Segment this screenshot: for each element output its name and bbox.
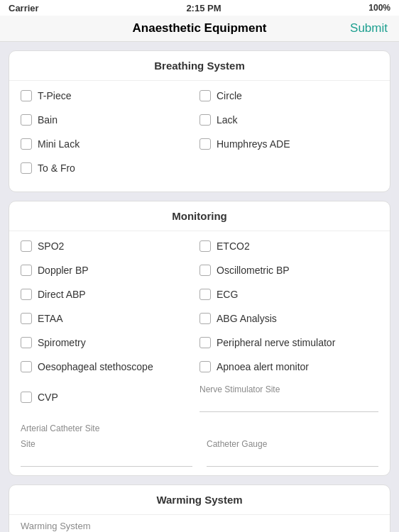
circle-checkbox[interactable] [200, 90, 211, 101]
peripheral-checkbox[interactable] [200, 337, 211, 348]
oesophageal-checkbox[interactable] [21, 361, 32, 372]
spo2-checkbox[interactable] [21, 240, 32, 252]
minilack-label: Mini Lack [38, 138, 80, 150]
abg-label: ABG Analysis [217, 313, 277, 324]
apnoea-label: Apnoea alert monitor [217, 361, 309, 372]
page-title: Anaesthetic Equipment [133, 21, 267, 35]
ecg-label: ECG [217, 289, 238, 300]
etco2-checkbox[interactable] [200, 240, 211, 252]
status-bar: Carrier 2:15 PM 100% [0, 0, 399, 16]
list-item: SPO2 [21, 234, 200, 258]
monitoring-header: Monitoring [9, 201, 390, 231]
list-item: ECG [200, 282, 378, 306]
oscillometric-label: Oscillometric BP [217, 265, 290, 276]
list-item: Humphreys ADE [200, 132, 378, 156]
etco2-label: ETCO2 [217, 240, 250, 252]
warming-system-header: Warming System [9, 485, 390, 515]
list-item: Bain [21, 108, 200, 132]
site-input[interactable] [21, 449, 192, 467]
list-item: T-Piece [21, 84, 200, 108]
directabp-label: Direct ABP [38, 289, 86, 300]
spo2-label: SPO2 [38, 240, 64, 252]
main-content: Breathing System T-Piece Circle Bain Lac… [0, 42, 399, 532]
nerve-stimulator-site-column: Nerve Stimulator Site [200, 379, 378, 415]
oesophageal-label: Oesophageal stethoscope [38, 361, 153, 372]
tpiece-label: T-Piece [38, 90, 71, 101]
apnoea-checkbox[interactable] [200, 361, 211, 372]
nerve-stimulator-site-input[interactable] [200, 394, 378, 412]
nav-bar: Anaesthetic Equipment Submit [0, 16, 399, 42]
submit-button[interactable]: Submit [350, 21, 388, 35]
breathing-system-header: Breathing System [9, 51, 390, 81]
catheter-fields: Site Catheter Gauge [21, 439, 378, 467]
bain-label: Bain [38, 114, 58, 126]
lack-checkbox[interactable] [200, 114, 211, 126]
arterial-catheter-section: Arterial Catheter Site Site Catheter Gau… [9, 418, 390, 467]
tpiece-checkbox[interactable] [21, 90, 32, 101]
humphreys-checkbox[interactable] [200, 138, 211, 150]
etaa-checkbox[interactable] [21, 313, 32, 324]
list-item: Apnoea alert monitor [200, 355, 378, 379]
abg-checkbox[interactable] [200, 313, 211, 324]
list-item: ABG Analysis [200, 306, 378, 331]
carrier-label: Carrier [9, 3, 39, 13]
spirometry-checkbox[interactable] [21, 337, 32, 348]
arterial-catheter-label: Arterial Catheter Site [21, 423, 378, 433]
bain-checkbox[interactable] [21, 114, 32, 126]
nerve-stimulator-site-label: Nerve Stimulator Site [200, 384, 378, 394]
list-item: Doppler BP [21, 258, 200, 282]
site-field-group: Site [21, 439, 192, 467]
humphreys-label: Humphreys ADE [217, 138, 290, 150]
site-label: Site [21, 439, 192, 449]
warming-system-card: Warming System Warming System Add row [9, 484, 390, 532]
ecg-checkbox[interactable] [200, 289, 211, 300]
monitoring-grid: SPO2 ETCO2 Doppler BP Oscillometric BP D… [9, 231, 390, 418]
peripheral-label: Peripheral nerve stimulator [217, 337, 335, 348]
list-item: ETCO2 [200, 234, 378, 258]
cvp-checkbox[interactable] [21, 392, 32, 403]
list-item: Direct ABP [21, 282, 200, 306]
oscillometric-checkbox[interactable] [200, 265, 211, 276]
etaa-label: ETAA [38, 313, 63, 324]
catheter-gauge-label: Catheter Gauge [207, 439, 378, 449]
warming-system-label: Warming System [21, 521, 90, 531]
list-item: Circle [200, 84, 378, 108]
directabp-checkbox[interactable] [21, 289, 32, 300]
tofro-checkbox[interactable] [21, 162, 32, 174]
spirometry-label: Spirometry [38, 337, 86, 348]
list-item: Spirometry [21, 331, 200, 355]
catheter-gauge-input[interactable] [207, 449, 378, 467]
tofro-label: To & Fro [38, 162, 75, 174]
catheter-gauge-field-group: Catheter Gauge [207, 439, 378, 467]
warming-system-content: Warming System [9, 515, 390, 532]
list-item: Oesophageal stethoscope [21, 355, 200, 379]
list-item: Peripheral nerve stimulator [200, 331, 378, 355]
minilack-checkbox[interactable] [21, 138, 32, 150]
lack-label: Lack [217, 114, 238, 126]
empty-cell [200, 156, 378, 180]
list-item: Oscillometric BP [200, 258, 378, 282]
time-label: 2:15 PM [186, 3, 221, 13]
list-item: CVP [21, 379, 200, 415]
dopplerbp-checkbox[interactable] [21, 265, 32, 276]
breathing-system-grid: T-Piece Circle Bain Lack Mini Lack [9, 81, 390, 183]
list-item: To & Fro [21, 156, 200, 180]
monitoring-card: Monitoring SPO2 ETCO2 Doppler BP Oscillo… [9, 201, 390, 476]
dopplerbp-label: Doppler BP [38, 265, 89, 276]
battery-label: 100% [368, 3, 390, 13]
list-item: ETAA [21, 306, 200, 331]
breathing-system-card: Breathing System T-Piece Circle Bain Lac… [9, 50, 390, 192]
circle-label: Circle [217, 90, 242, 101]
cvp-label: CVP [38, 392, 58, 403]
list-item: Lack [200, 108, 378, 132]
list-item: Mini Lack [21, 132, 200, 156]
